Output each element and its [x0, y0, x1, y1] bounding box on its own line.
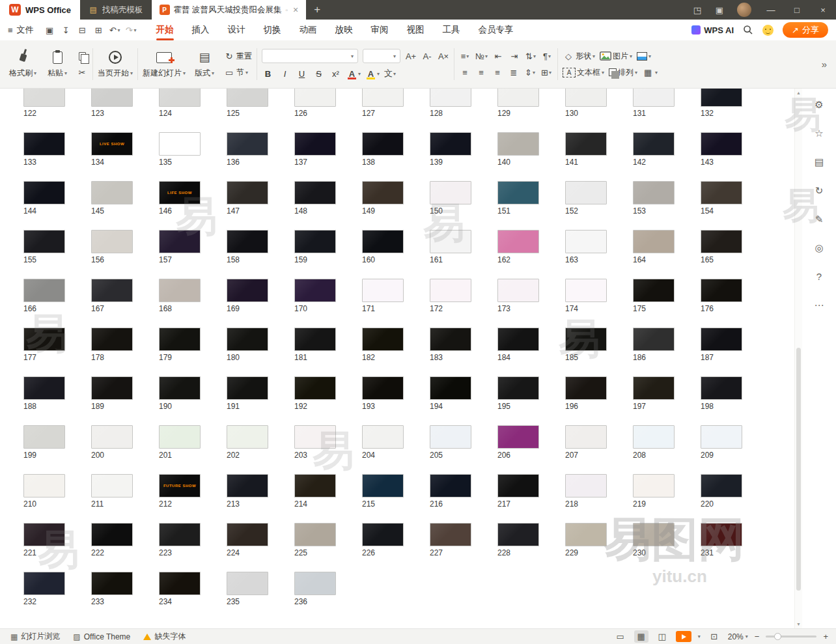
view-mode-indicator[interactable]: ▦ 幻灯片浏览: [5, 631, 65, 642]
slide-thumbnail-174[interactable]: [565, 279, 607, 302]
slide-thumbnail-132[interactable]: [701, 89, 742, 107]
slide-thumbnail-133[interactable]: [23, 132, 65, 156]
slide-thumbnail-140[interactable]: [497, 132, 539, 156]
slide-thumbnail-127[interactable]: [362, 89, 404, 107]
slide-thumbnail-138[interactable]: [362, 132, 404, 156]
slide-thumbnail-205[interactable]: [430, 425, 471, 449]
clear-format-button[interactable]: A×: [438, 50, 449, 62]
slide-thumbnail-233[interactable]: [91, 572, 133, 595]
menu-tab-7[interactable]: 审阅: [362, 20, 398, 40]
slide-thumbnail-122[interactable]: [23, 89, 65, 107]
slide-thumbnail-187[interactable]: [701, 328, 742, 351]
align-left-button[interactable]: ≡: [459, 66, 471, 78]
decrease-indent-button[interactable]: ⇤: [492, 50, 504, 62]
slide-thumbnail-124[interactable]: [159, 89, 201, 107]
slide-thumbnail-211[interactable]: [91, 474, 133, 497]
slide-thumbnail-189[interactable]: [91, 376, 133, 400]
slide-thumbnail-134[interactable]: LIVE SHOW: [91, 132, 133, 156]
slide-thumbnail-201[interactable]: [159, 425, 201, 449]
slide-thumbnail-217[interactable]: [497, 474, 539, 497]
maximize-button[interactable]: □: [784, 0, 810, 20]
numbering-button[interactable]: №▾: [475, 50, 488, 62]
slide-thumbnail-225[interactable]: [294, 523, 336, 546]
slide-thumbnail-149[interactable]: [362, 181, 404, 204]
slide-thumbnail-182[interactable]: [362, 328, 404, 351]
file-menu-button[interactable]: ≡ 文件: [0, 24, 42, 36]
close-tab-icon[interactable]: ×: [293, 5, 298, 15]
slide-thumbnail-219[interactable]: [633, 474, 675, 497]
menu-tab-5[interactable]: 动画: [290, 20, 326, 40]
textbox-button[interactable]: A文本框▾: [563, 67, 604, 78]
copy-button[interactable]: [76, 50, 88, 62]
slide-thumbnail-214[interactable]: [294, 474, 336, 497]
save-button[interactable]: ▣: [42, 22, 58, 38]
slide-thumbnail-135[interactable]: [159, 132, 201, 156]
slide-thumbnail-145[interactable]: [91, 181, 133, 204]
shapes-button[interactable]: ◇形状▾: [563, 50, 595, 62]
slide-thumbnail-194[interactable]: [430, 376, 471, 400]
slide-thumbnail-144[interactable]: [23, 181, 65, 204]
slide-thumbnail-218[interactable]: [565, 474, 607, 497]
slide-thumbnail-191[interactable]: [227, 376, 268, 400]
slide-thumbnail-184[interactable]: [497, 328, 539, 351]
doc-tab-2[interactable]: P 霍普 波普风天城投贵阳会展集 ▫ ×: [152, 0, 307, 20]
slide-thumbnail-141[interactable]: [565, 132, 607, 156]
slide-thumbnail-136[interactable]: [227, 132, 268, 156]
scroll-down-icon[interactable]: ▼: [795, 622, 802, 626]
slide-thumbnail-158[interactable]: [227, 230, 268, 253]
doc-tab-1[interactable]: ▤ 找稿壳模板: [80, 0, 152, 20]
increase-indent-button[interactable]: ⇥: [509, 50, 520, 62]
scrollbar-thumb[interactable]: [796, 348, 801, 591]
more-icon[interactable]: ⋯: [815, 300, 824, 310]
workspace-icon[interactable]: ▣: [708, 0, 731, 20]
slide-thumbnail-208[interactable]: [633, 425, 675, 449]
section-button[interactable]: ▭节▾: [223, 66, 252, 78]
slide-thumbnail-156[interactable]: [91, 230, 133, 253]
menu-tab-6[interactable]: 放映: [326, 20, 362, 40]
slide-thumbnail-163[interactable]: [565, 230, 607, 253]
customer-service-icon[interactable]: [762, 25, 773, 36]
slide-thumbnail-170[interactable]: [294, 279, 336, 302]
slide-thumbnail-169[interactable]: [227, 279, 268, 302]
table-button[interactable]: ▦▾: [642, 66, 658, 78]
menu-tab-4[interactable]: 切换: [255, 20, 290, 40]
slide-thumbnail-176[interactable]: [701, 279, 742, 302]
slide-thumbnail-157[interactable]: [159, 230, 201, 253]
italic-button[interactable]: I: [279, 69, 291, 79]
slide-thumbnail-171[interactable]: [362, 279, 404, 302]
slideshow-play-button[interactable]: [676, 631, 691, 642]
slide-thumbnail-210[interactable]: [23, 474, 65, 497]
minimize-button[interactable]: —: [758, 0, 784, 20]
font-size-select[interactable]: ▾: [363, 49, 400, 63]
slide-thumbnail-130[interactable]: [565, 89, 607, 107]
slide-thumbnail-235[interactable]: [227, 572, 268, 595]
slide-thumbnail-139[interactable]: [430, 132, 471, 156]
slide-thumbnail-148[interactable]: [294, 181, 336, 204]
more-tools-icon[interactable]: »: [815, 59, 833, 70]
slide-thumbnail-236[interactable]: [294, 572, 336, 595]
align-right-button[interactable]: ≡: [492, 66, 503, 78]
slide-thumbnail-202[interactable]: [227, 425, 268, 449]
slide-thumbnail-195[interactable]: [497, 376, 539, 400]
slide-thumbnail-128[interactable]: [430, 89, 471, 107]
favorites-icon[interactable]: ☆: [815, 128, 823, 138]
slide-thumbnail-227[interactable]: [430, 523, 471, 546]
justify-button[interactable]: ≣: [508, 66, 520, 78]
menu-tab-9[interactable]: 工具: [434, 20, 469, 40]
close-window-button[interactable]: ×: [810, 0, 836, 20]
slide-thumbnail-188[interactable]: [23, 376, 65, 400]
slide-thumbnail-131[interactable]: [633, 89, 675, 107]
line-spacing-button[interactable]: ⇕▾: [524, 66, 536, 78]
menu-tab-8[interactable]: 视图: [398, 20, 434, 40]
slide-thumbnail-213[interactable]: [227, 474, 268, 497]
slide-thumbnail-212[interactable]: FUTURE SHOW: [159, 474, 201, 497]
export-button[interactable]: ↧: [58, 22, 74, 38]
slide-thumbnail-164[interactable]: [633, 230, 675, 253]
slide-thumbnail-223[interactable]: [159, 523, 201, 546]
menu-tab-2[interactable]: 插入: [183, 20, 219, 40]
highlight-button[interactable]: A▾: [365, 68, 380, 79]
resources-icon[interactable]: ◎: [815, 242, 823, 253]
slide-thumbnail-126[interactable]: [294, 89, 336, 107]
slide-thumbnail-155[interactable]: [23, 230, 65, 253]
slide-thumbnail-200[interactable]: [91, 425, 133, 449]
